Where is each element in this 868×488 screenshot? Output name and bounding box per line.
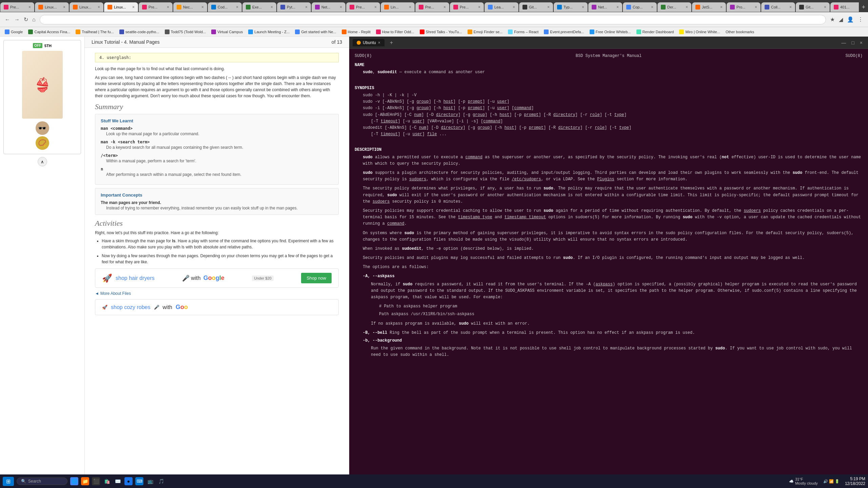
tab-4-active[interactable]: Linux...× — [104, 2, 138, 12]
more-files-link[interactable]: ◄ More About Files — [95, 291, 339, 296]
concept-desc: Instead of trying to remember everything… — [101, 206, 333, 210]
terminal-close-button[interactable]: × — [858, 39, 865, 46]
tab-2[interactable]: Linux...× — [35, 2, 69, 12]
tab-13[interactable]: Pre...× — [415, 2, 449, 12]
tab-17[interactable]: Typ...× — [554, 2, 588, 12]
back-button[interactable]: ← — [3, 15, 12, 24]
tab-25[interactable]: 401...× — [830, 2, 859, 12]
terminal-tab[interactable]: Ubuntu × — [353, 39, 384, 46]
bookmark-filter[interactable]: How to Filter Odd... — [374, 29, 416, 35]
reload-button[interactable]: ↻ — [22, 15, 30, 24]
bookmark-replit[interactable]: Home - Replit — [340, 29, 373, 35]
activities-intro: Right, now let's put this stuff into pra… — [95, 230, 339, 235]
sidebar: OFF 5TH 👙 🕶️ 📿 ∧ — [0, 37, 85, 474]
bookmark-todd[interactable]: Todd75 (Todd Wold... — [163, 29, 208, 35]
tab-19[interactable]: Cop...× — [623, 2, 657, 12]
tab-18[interactable]: Net...× — [588, 2, 622, 12]
terminal-maximize-button[interactable]: □ — [849, 39, 856, 46]
stuff-learnt-box: Stuff We Learnt man <command> Look up th… — [95, 114, 339, 185]
tab-1[interactable]: Pre...× — [0, 2, 34, 12]
terminal-body[interactable]: SUDO(8) BSD System Manager's Manual SUDO… — [349, 49, 868, 474]
sidebar-ad-box: OFF 5TH 👙 🕶️ 📿 — [3, 40, 81, 154]
start-button[interactable]: ⊞ — [3, 477, 14, 486]
google-text: Google — [203, 274, 224, 282]
learnt-item-4: n After performing a search within a man… — [101, 167, 333, 177]
bookmark-google[interactable]: Google — [3, 29, 25, 35]
tab-11[interactable]: Pre...× — [346, 2, 380, 12]
tab-5[interactable]: Pre...× — [139, 2, 173, 12]
bookmark-other[interactable]: Other bookmarks — [724, 29, 756, 35]
terminal-minimize-button[interactable]: — — [839, 39, 848, 46]
activities-section: Activities Right, now let's put this stu… — [95, 219, 339, 265]
extensions-button[interactable]: ◢ — [837, 15, 845, 24]
taskbar-search[interactable]: 🔍 Search — [17, 477, 67, 485]
bookmark-event[interactable]: Event.preventDefa... — [542, 29, 586, 35]
terminal-controls: — □ × — [839, 39, 865, 46]
bookmark-seattle[interactable]: seattle-code-pytho... — [117, 29, 161, 35]
tab-20[interactable]: Der...× — [657, 2, 691, 12]
google-text-2: Goo — [176, 304, 188, 311]
tab-8[interactable]: Exe...× — [242, 2, 276, 12]
tab-14[interactable]: Pre...× — [450, 2, 484, 12]
tab-12[interactable]: Lin...× — [381, 2, 415, 12]
ad-banner-2[interactable]: 🚀 shop cozy robes 🎤 with Goo — [95, 299, 339, 315]
profile-button[interactable]: 👤 — [845, 15, 856, 24]
tab-23[interactable]: Coll...× — [761, 2, 795, 12]
tab-22[interactable]: Pro...× — [727, 2, 761, 12]
intro-text: Look up the man page for ls to find out … — [95, 66, 339, 72]
term-synopsis-section: SYNOPSIS sudo -h | -K | -k | -V sudo -v … — [355, 85, 863, 138]
taskbar-icon-mail[interactable]: ✉️ — [114, 477, 122, 485]
bookmark-virtual-campus[interactable]: Virtual Campus — [209, 29, 245, 35]
taskbar-icon-chrome[interactable]: ● — [124, 477, 133, 485]
taskbar-icons: 🌐 📁 ⬛ 🛍️ ✉️ ● ⌨ 📺 🎵 — [70, 477, 165, 485]
tab-3[interactable]: Linux...× — [70, 2, 103, 12]
tab-21[interactable]: JetS...× — [692, 2, 726, 12]
taskbar-icon-app8[interactable]: 📺 — [146, 477, 154, 485]
taskbar-icon-vscode[interactable]: ⌨ — [135, 477, 143, 485]
bookmark-capital[interactable]: Capital Access Fina... — [26, 29, 72, 35]
tab-16[interactable]: Git...× — [519, 2, 553, 12]
tab-15[interactable]: Lea...× — [485, 2, 518, 12]
ad-banner-1[interactable]: 🚀 shop hair dryers 🎤 with Google Under $… — [95, 268, 339, 288]
term-name-section: NAME sudo, sudoedit — execute a command … — [355, 62, 863, 76]
date-display: 12/18/2022 — [845, 481, 865, 486]
taskbar-icon-store[interactable]: 🛍️ — [103, 477, 111, 485]
taskbar-icon-browser[interactable]: 🌐 — [70, 477, 78, 485]
scroll-up-button[interactable]: ∧ — [38, 157, 47, 166]
tab-6[interactable]: Nec...× — [173, 2, 207, 12]
browser-chrome: Pre...× Linux...× Linux...× Linux...× Pr… — [0, 0, 868, 37]
tray-icons: 🔊 📶 🔋 — [823, 479, 840, 484]
mic-icon: 🎤 — [182, 274, 190, 282]
taskbar-icon-terminal[interactable]: ⬛ — [92, 477, 100, 485]
tab-24[interactable]: Git...× — [796, 2, 830, 12]
new-tab-button[interactable]: + — [859, 4, 868, 11]
bookmark-forms-react[interactable]: Forms – React — [506, 29, 540, 35]
terminal-tab-close[interactable]: × — [378, 40, 380, 45]
ad-shop-button[interactable]: Shop now — [301, 273, 332, 283]
taskbar-icon-app9[interactable]: 🎵 — [157, 477, 165, 485]
bookmark-render[interactable]: Render Dashboard — [634, 29, 676, 35]
bookmark-miro[interactable]: Miro | Online White... — [677, 29, 722, 35]
tab-9[interactable]: Pyt...× — [277, 2, 311, 12]
forward-button[interactable]: → — [12, 15, 22, 24]
bookmark-whiteboard[interactable]: Free Online Whiteb... — [588, 29, 633, 35]
code-block: 4. userglash: — [95, 53, 339, 62]
home-button[interactable]: ⌂ — [30, 15, 38, 24]
content-area: Linux Tutorial - 4. Manual Pages of 13 4… — [85, 37, 349, 474]
bookmark-trailhead[interactable]: Trailhead | The fu... — [74, 29, 116, 35]
menu-button[interactable]: ⋮ — [856, 15, 865, 24]
nav-bar: ← → ↻ ⌂ ryanstutorials.net/linuxtutorial… — [0, 12, 868, 27]
tab-10[interactable]: Net...× — [312, 2, 346, 12]
bookmark-get-started[interactable]: Get started with Ne... — [293, 29, 338, 35]
address-bar[interactable]: ryanstutorials.net/linuxtutorial/manual.… — [40, 15, 826, 24]
summary-section: Summary Stuff We Learnt man <command> Lo… — [95, 102, 339, 185]
bookmark-shred[interactable]: Shred Talks - YouTu... — [418, 29, 464, 35]
bookmark-button[interactable]: ★ — [828, 15, 837, 24]
new-terminal-tab-button[interactable]: + — [387, 39, 396, 46]
bookmark-emoji[interactable]: Emoji Finder se... — [466, 29, 505, 35]
taskbar-icon-file[interactable]: 📁 — [81, 477, 89, 485]
tab-7[interactable]: Cod...× — [208, 2, 242, 12]
terminal-container: Ubuntu × + — □ × SUDO(8) BSD System Mana… — [349, 37, 868, 474]
bookmark-launch-meeting[interactable]: Launch Meeting - Z... — [246, 29, 292, 35]
term-header-right: SUDO(8) — [846, 53, 863, 59]
